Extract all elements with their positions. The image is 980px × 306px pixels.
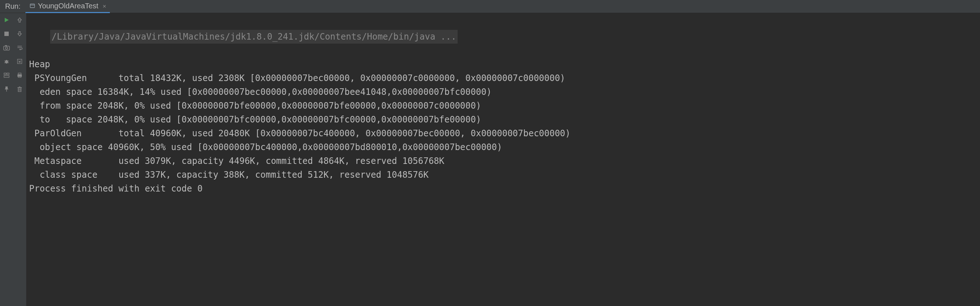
svg-rect-3 [4, 32, 9, 36]
console-line: to space 2048K, 0% used [0x00000007bfc00… [29, 113, 980, 127]
svg-point-5 [5, 47, 8, 49]
console-output[interactable]: /Library/Java/JavaVirtualMachines/jdk1.8… [26, 13, 980, 306]
svg-rect-4 [4, 46, 10, 50]
trash-icon[interactable] [16, 85, 24, 93]
main-area: /Library/Java/JavaVirtualMachines/jdk1.8… [0, 13, 980, 306]
pin-icon[interactable] [3, 85, 11, 93]
console-line: Process finished with exit code 0 [29, 182, 980, 195]
command-line: /Library/Java/JavaVirtualMachines/jdk1.8… [50, 30, 458, 44]
svg-line-9 [8, 61, 9, 62]
soft-wrap-icon[interactable] [16, 44, 24, 52]
console-line: PSYoungGen total 18432K, used 2308K [0x0… [29, 71, 980, 85]
svg-rect-12 [4, 73, 6, 75]
svg-rect-6 [5, 46, 7, 46]
svg-line-11 [8, 62, 9, 63]
svg-rect-17 [18, 73, 21, 75]
console-line: ParOldGen total 40960K, used 20480K [0x0… [29, 127, 980, 140]
bug-icon[interactable] [3, 57, 11, 65]
close-icon[interactable]: ✕ [100, 3, 106, 10]
svg-rect-0 [30, 4, 35, 8]
svg-line-10 [4, 62, 5, 63]
console-line: eden space 16384K, 14% used [0x00000007b… [29, 85, 980, 99]
print-icon[interactable] [16, 71, 24, 79]
svg-rect-20 [18, 87, 21, 92]
left-toolbar-col-2 [13, 13, 26, 306]
svg-rect-13 [7, 73, 9, 75]
layout-icon[interactable] [3, 71, 11, 79]
svg-point-7 [5, 60, 8, 63]
console-line: object space 40960K, 50% used [0x0000000… [29, 140, 980, 154]
svg-rect-14 [4, 76, 9, 78]
console-line: class space used 337K, capacity 388K, co… [29, 168, 980, 182]
console-line: Heap [29, 57, 980, 71]
console-line: from space 2048K, 0% used [0x00000007bfe… [29, 99, 980, 113]
stop-icon[interactable] [3, 30, 11, 38]
tab-label: YoungOldAreaTest [38, 2, 98, 10]
tool-window-header: Run: YoungOldAreaTest ✕ [0, 0, 980, 13]
svg-marker-2 [5, 18, 9, 22]
console-line: Metaspace used 3079K, capacity 4496K, co… [29, 154, 980, 168]
run-label: Run: [0, 2, 25, 11]
svg-line-8 [4, 61, 5, 62]
rerun-icon[interactable] [3, 16, 11, 24]
run-config-tab[interactable]: YoungOldAreaTest ✕ [25, 0, 110, 13]
up-arrow-icon[interactable] [16, 16, 24, 24]
down-arrow-icon[interactable] [16, 30, 24, 38]
svg-rect-16 [18, 59, 22, 63]
left-toolbar-col-1 [0, 13, 13, 306]
application-icon [29, 3, 36, 9]
scroll-to-end-icon[interactable] [16, 57, 24, 65]
camera-icon[interactable] [3, 44, 11, 52]
